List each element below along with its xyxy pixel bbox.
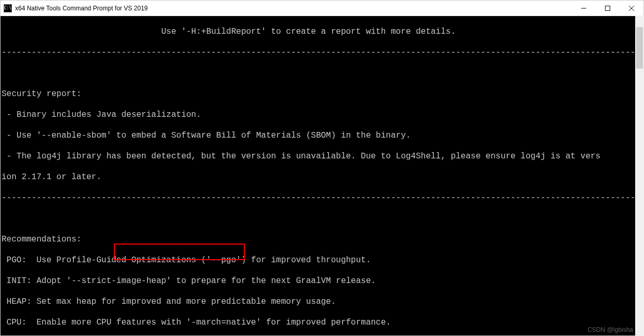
output-line: HEAP: Set max heap for improved and more… [2,297,642,307]
output-line: CPU: Enable more CPU features with '-mar… [2,317,642,328]
output-line: - The log4j library has been detected, b… [2,151,642,162]
vertical-scrollbar[interactable] [635,16,644,336]
output-line [2,68,642,78]
output-line: PGO: Use Profile-Guided Optimizations ('… [2,255,642,265]
output-line: INIT: Adopt '--strict-image-heap' to pre… [2,276,642,286]
minimize-button[interactable] [572,1,596,16]
output-line: Use '-H:+BuildReport' to create a report… [2,26,642,37]
output-line [2,213,642,224]
maximize-button[interactable] [596,1,620,16]
separator: ----------------------------------------… [2,47,642,58]
window-title: x64 Native Tools Command Prompt for VS 2… [15,5,148,12]
cmd-icon: C:\ [4,4,12,12]
output-line: ion 2.17.1 or later. [2,172,642,182]
output-line: - Use '--enable-sbom' to embed a Softwar… [2,130,642,141]
separator: ----------------------------------------… [2,193,642,203]
output-line: - Binary includes Java deserialization. [2,110,642,120]
close-button[interactable] [620,1,643,16]
section-header: Security report: [2,89,642,99]
titlebar[interactable]: C:\ x64 Native Tools Command Prompt for … [1,1,643,16]
watermark: CSDN @lgbisha [587,325,633,335]
scrollbar-thumb[interactable] [636,27,643,69]
section-header: Recommendations: [2,234,642,245]
svg-rect-1 [606,6,610,10]
window-frame: C:\ x64 Native Tools Command Prompt for … [0,0,644,336]
terminal-output[interactable]: Use '-H:+BuildReport' to create a report… [1,16,643,335]
